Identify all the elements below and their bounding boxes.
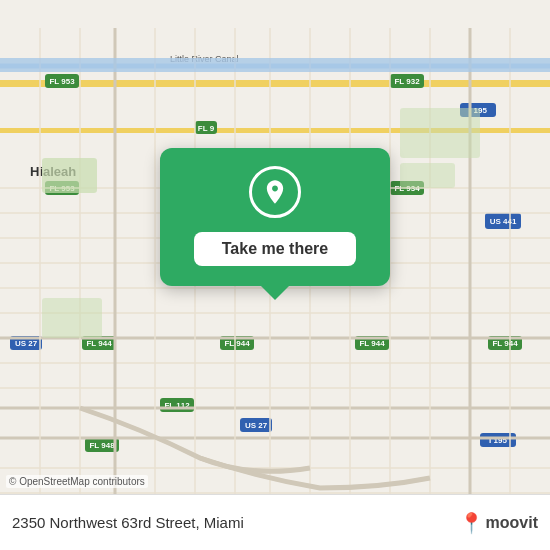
svg-text:FL 944: FL 944	[86, 339, 112, 348]
svg-text:US 27: US 27	[15, 339, 38, 348]
bottom-bar: 2350 Northwest 63rd Street, Miami 📍 moov…	[0, 494, 550, 550]
popup-card: Take me there	[160, 148, 390, 286]
svg-rect-68	[400, 163, 455, 188]
map-container: Little River Canal FL 953 FL 932 FL 9 I …	[0, 0, 550, 550]
svg-rect-3	[0, 80, 550, 87]
moovit-logo: 📍 moovit	[459, 511, 538, 535]
svg-rect-66	[42, 158, 97, 193]
location-pin-icon	[249, 166, 301, 218]
svg-text:US 441: US 441	[490, 217, 517, 226]
address-label: 2350 Northwest 63rd Street, Miami	[12, 514, 459, 531]
svg-rect-69	[42, 298, 102, 338]
svg-text:FL 944: FL 944	[492, 339, 518, 348]
svg-text:FL 944: FL 944	[359, 339, 385, 348]
svg-text:FL 9: FL 9	[198, 124, 215, 133]
svg-text:FL 944: FL 944	[224, 339, 250, 348]
svg-text:US 27: US 27	[245, 421, 268, 430]
svg-text:FL 953: FL 953	[49, 77, 75, 86]
take-me-there-button[interactable]: Take me there	[194, 232, 356, 266]
moovit-pin-icon: 📍	[459, 511, 484, 535]
svg-rect-67	[400, 108, 480, 158]
moovit-logo-text: moovit	[486, 514, 538, 532]
map-attribution: © OpenStreetMap contributors	[6, 475, 148, 488]
svg-text:FL 948: FL 948	[89, 441, 115, 450]
svg-text:FL 932: FL 932	[394, 77, 420, 86]
svg-rect-70	[0, 58, 550, 72]
